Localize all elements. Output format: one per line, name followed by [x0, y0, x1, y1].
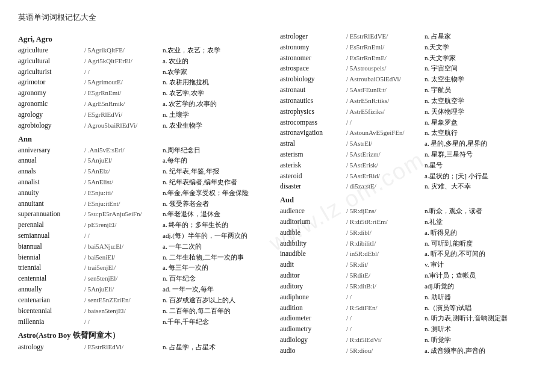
- list-item: biannual / bai5ANju:El/ a. 一年二次的: [18, 241, 268, 252]
- page-title: 英语单词词根记忆大全: [18, 12, 536, 23]
- list-item: audiphone / / n. 助听器: [280, 292, 530, 303]
- list-item: astrospace / 5Astrouspeis/ n. 宇宙空间: [280, 63, 530, 74]
- list-item: astronautics / AstrE5nR:tiks/ n. 太空航空学: [280, 96, 530, 107]
- list-item: triennial / trai5enjEl/ a. 每三年一次的: [18, 263, 268, 273]
- list-item: agriculture / 5AgrikQltFE/ n.农业，农艺；农学: [18, 45, 268, 56]
- list-item: audition / R:5diFEn/ n.（演员等)试唱: [280, 303, 530, 314]
- list-item: agronomy / E5grRnEmi/ n. 农艺学,农学: [18, 88, 268, 99]
- list-item: annuity / E5nju:iti/ n.年金,年金享受权；年金保险: [18, 188, 268, 199]
- list-item: audit / 5R:dit/ v. 审计: [280, 260, 530, 270]
- list-item: agriculturist / / n.农学家: [18, 67, 268, 78]
- list-item: centenarian / sentE5nZEriEn/ n. 百岁或逾百岁以上…: [18, 295, 268, 306]
- list-item: astrologer / E5strRlEdVE/ n. 占星家: [280, 31, 530, 42]
- list-item: agronomic / AgrE5nRmik/ a. 农艺学的,农事的: [18, 99, 268, 110]
- list-item: audiometer / / n. 听力表,测听计,音响测定器: [280, 313, 530, 324]
- list-item: annals / 5AnElz/ n. 纪年表,年鉴,年报: [18, 166, 268, 177]
- list-item: perennial / pE5renjEl/ a. 终年的；多年生长的: [18, 220, 268, 231]
- list-item: inaudible / in5R:dEbl/ a. 听不见的,不可闻的: [280, 249, 530, 260]
- left-column: Agri, Agro agriculture / 5AgrikQltFE/ n.…: [18, 31, 274, 356]
- list-item: centennial / sen5tenjEl/ n. 百年纪念: [18, 273, 268, 284]
- list-item: audience / 5R:djEns/ n.听众，观众，读者: [280, 206, 530, 217]
- list-item: anniversary / .Ani5vE:sEri/ n.周年纪念日: [18, 145, 268, 156]
- list-item: agricultural / Agri5kQltFErEl/ a. 农业的: [18, 56, 268, 67]
- list-item: astronavigation / AstounAvE5geiFEn/ n. 太…: [280, 128, 530, 138]
- list-item: asterism / 5AstErizm/ n. 星群,三星符号: [280, 149, 530, 160]
- list-item: annuitant / E5nju:itEnt/ n. 领受养老金者: [18, 199, 268, 210]
- list-item: astrophysics / AstrE5fiziks/ n. 天体物理学: [280, 107, 530, 117]
- list-item: millennia / / n.千年,千年纪念: [18, 317, 268, 328]
- list-item: audio / 5R:diou/ a. 成音频率的,声音的: [280, 346, 530, 356]
- list-item: agrimotor / 5AgrimoutE/ n. 农耕用拖拉机: [18, 77, 268, 88]
- list-item: auditor / 5RditE/ n.审计员；查帐员: [280, 270, 530, 281]
- list-item: astrobiology / AstroubaiO5lEdVi/ n. 太空生物…: [280, 74, 530, 85]
- list-item: audibility / R:dibilitI/ n. 可听到,能听度: [280, 238, 530, 249]
- list-item: superannuation / 5su:pE5rAnju5eiFn/ n.年老…: [18, 209, 268, 220]
- section-header-aud: Aud: [280, 196, 530, 205]
- list-item: astronomy / Es5trRnEmi/ n.天文学: [280, 42, 530, 53]
- list-item: asterisk / 5AstErisk/ n.星号: [280, 160, 530, 171]
- list-item: astrology / E5strRlEdVi/ n. 占星学，占星术: [18, 342, 268, 353]
- list-item: audiometry / / n. 测听术: [280, 324, 530, 335]
- list-item: astronaut / 5AstFEunR:t/ n. 宇航员: [280, 85, 530, 96]
- list-item: asteroid / 5AstErRid/ a.星状的；[天] 小行星: [280, 171, 530, 182]
- list-item: astrocompass / / n. 星象罗盘: [280, 117, 530, 128]
- list-item: disaster / di5za:stE/ n. 灾难、大不幸: [280, 181, 530, 192]
- list-item: agrology / E5grRlEdVi/ n. 土壤学: [18, 110, 268, 120]
- list-item: bicentennial / baisen5tenjEl/ n. 二百年的,每二…: [18, 306, 268, 317]
- list-item: biennial / bai5eniEl/ n. 二年生植物,二年一次的事: [18, 252, 268, 263]
- list-item: auditorium / R:di5tR:riEm/ n.礼堂: [280, 217, 530, 228]
- list-item: semiannual / / adj.(每）半年的，一年两次的: [18, 231, 268, 241]
- content-columns: Agri, Agro agriculture / 5AgrikQltFE/ n.…: [18, 31, 536, 356]
- list-item: astronomer / Es5trRnEmE/ n.天文学家: [280, 53, 530, 64]
- section-header-agri: Agri, Agro: [18, 35, 268, 44]
- right-column: astrologer / E5strRlEdVE/ n. 占星家 astrono…: [274, 31, 536, 356]
- list-item: auditory / 5R:ditB:i/ adj.听觉的: [280, 281, 530, 292]
- list-item: annual / 5AnjuEl/ a.每年的: [18, 155, 268, 166]
- list-item: astral / 5AstrEl/ a. 星的,多星的,星界的: [280, 138, 530, 149]
- list-item: annually / 5AnjuEli/ ad. 一年一次,每年: [18, 284, 268, 295]
- list-item: annalist / 5AnElist/ n. 纪年表编者,编年史作者: [18, 177, 268, 188]
- list-item: audiology / R:di5lEdVi/ n. 听觉学: [280, 335, 530, 346]
- section-header-astro: Astro(Astro Boy 铁臂阿童木）: [18, 331, 268, 341]
- list-item: audible / 5R:dibl/ a. 听得见的: [280, 228, 530, 238]
- section-header-ann: Ann: [18, 135, 268, 144]
- list-item: agrobiology / Agrou5baiRlEdVi/ n. 农业生物学: [18, 120, 268, 131]
